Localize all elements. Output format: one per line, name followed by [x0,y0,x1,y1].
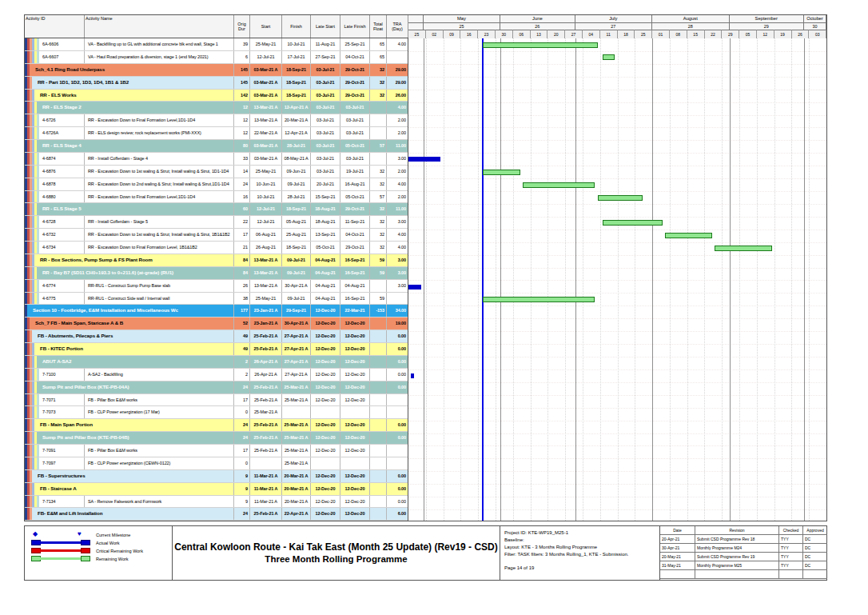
cell-start: 11-Mar-21 A [250,483,282,495]
cell-start: 25-May-21 [250,166,282,178]
table-row[interactable]: FB - Abutments, Pilecaps & Piers4925-Feb… [25,330,408,343]
table-row[interactable]: 7-7071FB - Pillar Box E&M works1725-Feb-… [25,394,408,407]
cell-finish: 30-Apr-21 A [282,317,311,329]
revision-cell: 20-Apr-21 [660,535,695,543]
week-gridline [478,38,479,521]
remaining-work-bar[interactable] [665,233,712,238]
actual-work-bar[interactable] [411,373,414,378]
cell-late_finish: 03-Jul-21 [340,127,370,139]
table-row[interactable]: 4-6880RR - Excavation Down to Final Form… [25,191,408,204]
revision-cell: 31-May-21 [660,561,695,569]
cell-tra: 2.00 [387,127,408,139]
table-row[interactable]: 7-7073FB - CLP Power energization (17 Ma… [25,406,408,419]
remaining-work-bar[interactable] [483,42,597,48]
table-row[interactable]: FB - KITEC Portion4925-Feb-21 A27-Apr-21… [25,343,408,356]
table-row[interactable]: 4-6728RR - Install Cofferdam - Stage 522… [25,216,408,229]
week-gridline [531,38,532,521]
cell-tra: 0.00 [387,496,408,508]
remaining-work-bar[interactable] [523,182,595,188]
remaining-work-bar[interactable] [715,246,772,251]
table-row[interactable]: RR - Box Sections, Pump Sump & FS Plant … [25,254,408,267]
table-row[interactable]: 4-6726RR - Excavation Down to Final Form… [25,114,408,127]
remaining-work-bar[interactable] [603,54,615,60]
table-row[interactable]: Sump Pit and Pillar Box (KTE-PB-04A)2425… [25,381,408,394]
remaining-work-bar[interactable] [598,195,643,201]
table-row[interactable]: RR - ELS Stage 56012-Jul-2118-Sep-2118-A… [25,203,408,216]
table-row[interactable]: Section 10 - Footbridge, E&M Installatio… [25,305,408,317]
report-subtitle: Three Month Rolling Programme [265,553,407,565]
cell-tra [387,406,408,418]
gantt-chart: May25June26July27August28September29Octo… [408,15,826,521]
month-cell: September29 [730,15,804,30]
table-row[interactable]: 4-6876RR - Excavation Down to 1st waling… [25,166,408,178]
column-header: Finish [282,15,311,38]
table-row[interactable]: 7-7134SA - Remove Falsework and Formwork… [25,496,408,509]
cell-dur: 80 [234,140,250,152]
table-row[interactable]: 6A-6606VA - Backfilling up to GL with ad… [25,38,408,51]
cell-late_start: 15-Sep-21 [311,191,340,203]
week-label: 01 [652,30,670,38]
table-row[interactable]: 4-6726ARR - ELS design review; rock repl… [25,127,408,140]
table-row[interactable]: RR - ELS Stage 48003-Mar-21 A28-Jul-2103… [25,140,408,153]
project-info-line: Baseline: [504,537,655,544]
month-number: 28 [652,23,729,30]
table-row[interactable]: FB - Main Span Portion2425-Feb-21 A25-Ma… [25,419,408,432]
hierarchy-bands [25,242,39,254]
table-row[interactable]: Sump Pit and Pillar Box (KTE-PB-04B)2425… [25,432,408,445]
table-row[interactable]: Sch_7 FB - Main Span, Staricase A & B522… [25,317,408,330]
table-row[interactable]: 7-7097FB - CLP Power energization (CEWN-… [25,457,408,470]
hierarchy-bands [25,153,39,165]
group-name: ABUT A-SA2 [37,356,234,368]
remaining-work-bar[interactable] [483,170,520,175]
table-row[interactable]: FB - Staircase A911-Mar-21 A20-Mar-21 A1… [25,483,408,496]
activity-id: 7-7134 [39,496,85,508]
week-gridline [791,38,792,521]
table-row[interactable]: FB- E&M and Lift Installation2425-Feb-21… [25,508,408,521]
table-row[interactable]: 4-6732RR - Excavation Down to 1st waling… [25,229,408,242]
remaining-work-bar[interactable] [603,220,663,226]
hierarchy-bands [25,77,32,89]
table-row[interactable]: 4-6734RR - Excavation Down to Final Form… [25,242,408,254]
month-gridline [424,38,424,521]
cell-late_finish: 22-Mar-21 [340,305,370,317]
cell-float [370,356,387,368]
group-name: RR - ELS Stage 5 [37,203,234,215]
cell-start: 06-Aug-21 [250,229,282,241]
table-row[interactable]: RR - ELS Works14203-Mar-21 A18-Sep-2103-… [25,90,408,102]
table-row[interactable]: 7-7100A-SA2 - Backfilling226-Apr-21 A27-… [25,369,408,381]
cell-tra: 0.00 [387,369,408,381]
actual-work-bar-icon-e2 [81,540,90,545]
table-row[interactable]: 7-7091FB - Pillar Box E&M works1725-Feb-… [25,445,408,457]
actual-work-bar[interactable] [408,157,440,162]
actual-work-bar[interactable] [408,285,421,290]
remaining-work-bar[interactable] [483,297,595,302]
table-row[interactable]: 6A-6607VA - Haul Road preparation & dive… [25,51,408,64]
cell-dur: 17 [234,229,250,241]
cell-late_start: 04-Aug-21 [311,280,340,292]
cell-start: 13-Mar-21 A [250,254,282,266]
table-row[interactable]: RR - Bay B7 (SD11 CH0+193.3 to 0+211.6) … [25,267,408,280]
activity-name: RR - Excavation Down to 1st waling & Str… [85,166,234,178]
cell-dur: 26 [234,280,250,292]
remaining-work-bar-icon-e2 [81,556,90,561]
table-row[interactable]: RR - ELS Stage 21213-Mar-21 A12-Apr-21 A… [25,102,408,114]
table-row[interactable]: RR - Part 1D1, 1D2, 1D3, 1D4, 1B1 & 1B21… [25,77,408,90]
table-row[interactable]: 4-6775RR-RU1 - Construct Side wall / Int… [25,293,408,306]
table-row[interactable]: 4-6874RR - Install Cofferdam - Stage 433… [25,153,408,166]
cell-start: 13-Mar-21 A [250,102,282,114]
cell-dur: 33 [234,153,250,165]
cell-late_start: 12-Dec-20 [311,432,340,444]
cell-late_finish: 03-Jul-21 [340,153,370,165]
table-row[interactable]: FB - Superstructures911-Mar-21 A20-Mar-2… [25,470,408,483]
table-row[interactable]: ABUT A-SA2226-Apr-21 A27-Apr-21 A12-Dec-… [25,356,408,369]
table-row[interactable]: 4-6878RR - Excavation Down to 2nd waling… [25,178,408,191]
activity-name: RR - Excavation Down to 2nd waling & Str… [85,178,234,190]
revision-cell: TYY [779,553,803,561]
cell-float [370,432,387,444]
table-row[interactable]: Sch_4.1 Ring Road Underpass14503-Mar-21 … [25,64,408,77]
month-number: 30 [804,23,826,30]
table-row[interactable]: 4-6774RR-RU1 - Construct Sump Pump Base … [25,280,408,293]
cell-tra: 3.00 [387,153,408,165]
week-gridline [687,38,688,521]
revision-cell [803,570,827,578]
